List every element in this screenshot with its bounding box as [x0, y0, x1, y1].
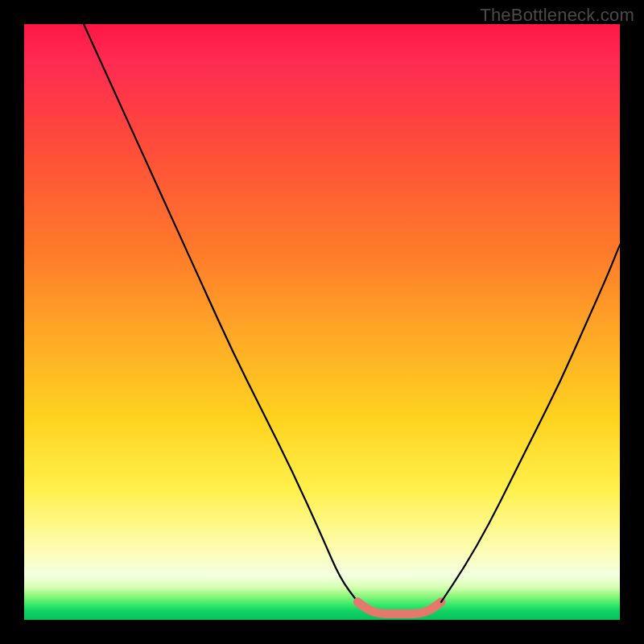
chart-frame: TheBottleneck.com [0, 0, 644, 644]
left-curve [84, 24, 357, 602]
bottom-segment [357, 602, 441, 614]
curves-svg [24, 24, 620, 620]
right-curve [441, 245, 620, 602]
watermark-text: TheBottleneck.com [480, 5, 634, 26]
plot-area [24, 24, 620, 620]
